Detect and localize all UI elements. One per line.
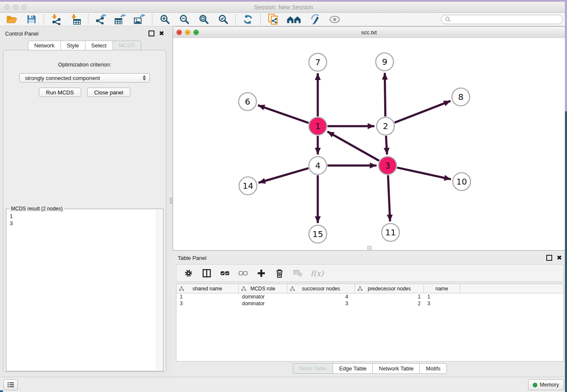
run-mcds-button[interactable]: Run MCDS xyxy=(39,88,81,97)
graph-edge-2-9[interactable] xyxy=(385,73,385,116)
delete-table-button xyxy=(292,268,303,278)
tab-network-table[interactable]: Network Table xyxy=(372,363,419,374)
task-history-button[interactable] xyxy=(3,379,18,390)
main-toolbar xyxy=(0,13,567,26)
graph-edge-2-3[interactable] xyxy=(386,136,387,155)
tab-motifs[interactable]: Motifs xyxy=(419,363,447,374)
graph-edge-4-14[interactable] xyxy=(259,168,308,182)
delete-columns-button[interactable] xyxy=(274,268,284,278)
graph-edge-2-8[interactable] xyxy=(394,101,450,122)
save-session-button[interactable] xyxy=(25,14,38,25)
export-table-button[interactable] xyxy=(113,14,127,25)
clone-network-icon xyxy=(267,14,278,25)
tab-mcds[interactable]: MCDS xyxy=(113,41,141,50)
select-all-columns-button[interactable] xyxy=(220,268,230,278)
search-input[interactable] xyxy=(453,16,559,23)
minimize-window-button[interactable] xyxy=(13,5,18,10)
network-canvas[interactable]: 7968124314101511 xyxy=(173,38,565,250)
float-table-panel-icon[interactable] xyxy=(546,255,552,261)
tree-icon xyxy=(241,286,246,291)
deselect-all-columns-button[interactable] xyxy=(238,268,248,278)
panel-splitter[interactable] xyxy=(169,26,173,377)
zoom-in-button[interactable] xyxy=(158,14,171,25)
column-header-successor-nodes[interactable]: successor nodes xyxy=(287,284,355,293)
zoom-window-button[interactable] xyxy=(22,5,27,10)
close-panel-icon[interactable]: ✖ xyxy=(159,31,164,36)
close-panel-button[interactable]: Close panel xyxy=(87,88,131,97)
network-maximize-button[interactable]: + xyxy=(193,30,199,35)
open-session-button[interactable] xyxy=(5,14,19,25)
show-hide-details-button[interactable] xyxy=(328,14,341,25)
import-network-icon xyxy=(51,14,62,25)
memory-button[interactable]: Memory xyxy=(528,379,564,390)
tab-select[interactable]: Select xyxy=(85,41,113,50)
graph-edge-3-11[interactable] xyxy=(388,175,390,221)
result-scrollbar[interactable] xyxy=(157,210,162,370)
criterion-select[interactable]: strongly connected component xyxy=(19,73,150,83)
control-panel-title: Control Panel xyxy=(5,30,39,37)
table-cell: dominator xyxy=(239,300,287,307)
desktop-corner xyxy=(0,390,3,392)
desktop-edge-right xyxy=(565,0,567,111)
table-panel: Table Panel ✖ xyxy=(173,251,567,377)
import-table-button[interactable] xyxy=(69,14,83,25)
table-cell: 4 xyxy=(287,293,355,300)
horizontal-scroll-handle[interactable] xyxy=(367,246,372,250)
apply-style-button[interactable] xyxy=(308,14,322,25)
zoom-out-button[interactable] xyxy=(177,14,191,25)
application-window: Session: New Session xyxy=(0,0,567,392)
unchecked-boxes-icon xyxy=(239,269,248,278)
import-table-icon xyxy=(70,14,81,25)
zoom-selected-button[interactable] xyxy=(216,14,230,25)
zoom-in-icon xyxy=(160,14,170,25)
tab-network[interactable]: Network xyxy=(28,41,61,50)
splitter-handle[interactable] xyxy=(170,198,172,204)
clone-network-button[interactable] xyxy=(266,14,280,25)
table-row[interactable]: 3dominator323 xyxy=(176,300,563,307)
mcds-result-text[interactable]: 1 3 xyxy=(7,210,156,370)
graph-node-label: 3 xyxy=(385,160,391,171)
float-panel-icon[interactable] xyxy=(149,30,154,36)
column-header-predecessor-nodes[interactable]: predecessor nodes xyxy=(355,284,424,293)
network-close-button[interactable]: ✕ xyxy=(176,30,182,35)
zoom-fit-button[interactable] xyxy=(197,14,210,25)
table-toolbar: f(x) xyxy=(176,264,564,282)
checked-boxes-icon xyxy=(220,269,229,278)
graph-node-label: 4 xyxy=(315,160,321,171)
show-column-panel-button[interactable] xyxy=(201,268,212,278)
table-row[interactable]: 1dominator411 xyxy=(176,293,563,300)
column-header-name[interactable]: name xyxy=(424,284,460,293)
apply-function-button: f(x) xyxy=(311,269,324,278)
column-header-mcds-role[interactable]: MCDS role xyxy=(239,284,287,293)
graph-node-label: 2 xyxy=(383,121,388,131)
add-column-button[interactable] xyxy=(256,268,266,278)
graph-edge-1-6[interactable] xyxy=(258,105,309,123)
network-minimize-button[interactable]: − xyxy=(185,30,190,35)
column-header-shared-name[interactable]: shared name xyxy=(176,284,239,293)
network-window-titlebar[interactable]: ✕ − + scc.txt xyxy=(173,27,565,39)
refresh-view-button[interactable] xyxy=(241,14,255,25)
close-window-button[interactable] xyxy=(5,5,10,10)
import-network-button[interactable] xyxy=(50,14,63,25)
graph-edge-3-10[interactable] xyxy=(397,168,451,179)
graph-node-label: 11 xyxy=(385,227,396,237)
table-tabs: Node Table Edge Table Network Table Moti… xyxy=(173,363,567,374)
search-box[interactable] xyxy=(441,15,563,24)
houses-icon xyxy=(286,14,302,25)
network-overview-button[interactable] xyxy=(286,14,303,25)
mcds-tab-content: Optimization criterion: strongly connect… xyxy=(3,50,166,372)
close-table-panel-icon[interactable]: ✖ xyxy=(556,256,562,260)
memory-label: Memory xyxy=(540,382,559,388)
column-settings-button[interactable] xyxy=(183,268,193,278)
export-image-button[interactable] xyxy=(133,14,146,25)
export-network-button[interactable] xyxy=(94,14,107,25)
open-folder-icon xyxy=(6,14,17,24)
control-panel: Control Panel ✖ Network Style Select MCD… xyxy=(0,26,169,377)
graph-node-label: 14 xyxy=(242,181,253,191)
graph-edge-3-1[interactable] xyxy=(328,132,379,161)
tab-node-table[interactable]: Node Table xyxy=(293,363,333,374)
tab-edge-table[interactable]: Edge Table xyxy=(333,363,372,374)
list-icon xyxy=(7,382,14,388)
tab-style[interactable]: Style xyxy=(61,41,85,50)
table-panel-title: Table Panel xyxy=(178,255,206,261)
